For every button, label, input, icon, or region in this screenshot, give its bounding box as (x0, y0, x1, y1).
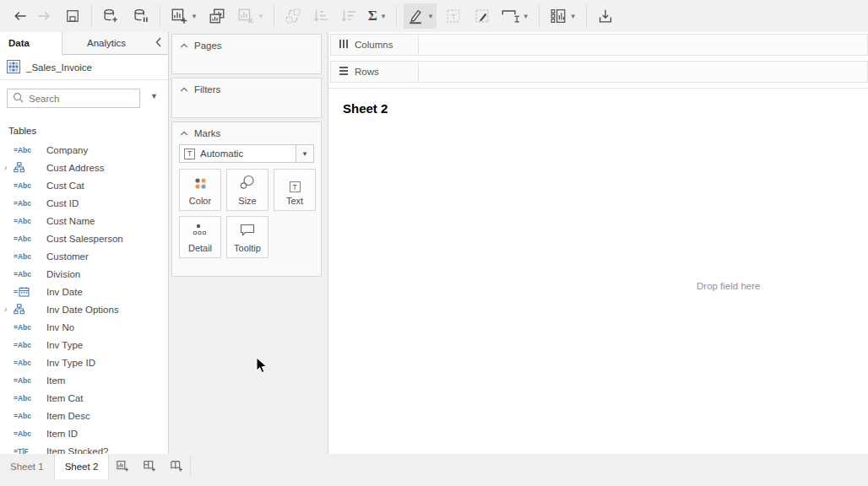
pause-auto-updates-button[interactable] (129, 3, 153, 29)
mark-type-dropdown[interactable]: T Automatic ▼ (179, 144, 314, 163)
field-row[interactable]: › =Abc Inv Type (0, 336, 168, 354)
data-panel-tabs: Data Analytics (0, 32, 168, 55)
mark-type-caret-icon[interactable]: ▼ (296, 145, 313, 162)
database-pause-icon (132, 7, 150, 25)
sheet-tab-1[interactable]: Sheet 1 (0, 454, 54, 479)
search-input[interactable] (29, 94, 126, 104)
search-box[interactable] (7, 89, 140, 108)
search-row: ▼ (0, 80, 168, 114)
field-row[interactable]: › =T|F Item Stocked? (0, 442, 168, 454)
sheet-tab-2[interactable]: Sheet 2 (54, 454, 110, 479)
download-button[interactable] (594, 3, 617, 29)
field-row[interactable]: › =Abc Customer (0, 247, 168, 265)
string-field-icon: =Abc (14, 359, 41, 367)
size-button[interactable]: Size (226, 169, 269, 211)
chevron-up-icon[interactable] (180, 128, 188, 138)
new-story-icon (169, 458, 184, 475)
color-button[interactable]: Color (179, 169, 221, 211)
new-data-source-button[interactable] (99, 3, 122, 29)
field-row[interactable]: › =Abc Item Desc (0, 407, 168, 424)
data-source-item[interactable]: _Sales_Invoice (0, 55, 168, 80)
format-button[interactable] (470, 3, 494, 29)
field-label: Customer (46, 251, 89, 262)
totals-button[interactable]: Σ ▼ (366, 3, 389, 29)
string-field-icon: =Abc (14, 270, 41, 278)
chart-plus-icon (170, 7, 188, 25)
rows-shelf[interactable]: Rows (330, 61, 868, 83)
new-worksheet-button[interactable]: ▼ (167, 3, 200, 29)
columns-shelf[interactable]: Columns (330, 34, 868, 56)
field-row[interactable]: › =Abc Item ID (0, 424, 168, 442)
filters-card-label: Filters (194, 84, 220, 94)
toolbar-separator (586, 5, 587, 27)
bool-field-icon: =T|F (14, 447, 41, 455)
text-label-icon: T (444, 7, 463, 25)
rows-icon (339, 66, 349, 78)
field-row[interactable]: › =Abc Item Cat (0, 389, 168, 407)
new-story-button[interactable] (163, 454, 190, 479)
expand-chevron-icon[interactable]: › (4, 164, 14, 172)
field-row[interactable]: › =Abc Cust Name (0, 212, 168, 230)
field-row[interactable]: › Cust Address (0, 159, 168, 176)
field-row[interactable]: › =Abc Cust Cat (0, 176, 168, 194)
chevron-up-icon[interactable] (180, 40, 188, 51)
field-row[interactable]: › =Abc Cust Salesperson (0, 230, 168, 247)
tab-data[interactable]: Data (0, 32, 62, 55)
chevron-down-icon: ▼ (258, 13, 264, 20)
mark-buttons: Color Size T Text Detail Tooltip (179, 169, 321, 258)
show-hide-cards-button[interactable]: ▼ (546, 3, 579, 29)
chevron-down-icon: ▼ (380, 13, 387, 20)
detail-icon (192, 223, 209, 240)
columns-shelf-droparea[interactable] (419, 35, 867, 55)
toolbar-separator (539, 5, 540, 27)
field-label: Inv Type ID (46, 358, 95, 368)
sigma-icon: Σ (368, 8, 377, 24)
field-row[interactable]: › =Abc Cust ID (0, 194, 168, 212)
search-options-caret-icon[interactable]: ▼ (150, 92, 158, 100)
rows-shelf-droparea[interactable] (419, 62, 867, 82)
chevron-up-icon[interactable] (180, 84, 188, 94)
string-field-icon: =Abc (14, 252, 41, 261)
field-row[interactable]: › =Abc Division (0, 265, 168, 283)
duplicate-icon (208, 7, 226, 25)
sort-descending-icon (339, 7, 358, 25)
highlight-button[interactable]: ▼ (404, 3, 437, 29)
text-button[interactable]: T Text (274, 169, 316, 211)
field-row[interactable]: › =Abc Item (0, 371, 168, 389)
hierarchy-field-icon (14, 162, 41, 173)
sheet-bar: Sheet 1 Sheet 2 (0, 454, 868, 486)
mark-type-icon: T (184, 148, 195, 159)
pages-card[interactable]: Pages (171, 34, 322, 74)
field-label: Cust Name (46, 216, 95, 226)
field-row[interactable]: › =Abc Inv No (0, 318, 168, 336)
marks-card: Marks T Automatic ▼ Color Size T Text De… (171, 122, 322, 277)
undo-button[interactable] (8, 3, 32, 29)
new-dashboard-button[interactable] (136, 454, 163, 479)
collapse-panel-button[interactable] (149, 32, 168, 55)
field-row[interactable]: › Inv Date Options (0, 300, 168, 318)
tab-analytics[interactable]: Analytics (62, 32, 150, 55)
filters-card[interactable]: Filters (171, 78, 322, 118)
string-field-icon: =Abc (14, 394, 41, 402)
field-label: Item (46, 375, 65, 386)
field-row[interactable]: › = Inv Date (0, 283, 168, 300)
sort-descending-button (337, 3, 361, 29)
toolbar-separator (160, 5, 160, 27)
new-worksheet-button-bottom[interactable] (109, 454, 136, 479)
show-mark-labels-button: T (442, 3, 465, 29)
string-field-icon: =Abc (14, 429, 41, 438)
expand-chevron-icon[interactable]: › (4, 305, 14, 314)
swap-rows-columns-button (281, 3, 305, 29)
field-row[interactable]: › =Abc Company (0, 141, 168, 159)
field-label: Division (46, 269, 80, 279)
fit-button[interactable]: ▼ (497, 3, 532, 29)
field-label: Cust Salesperson (46, 234, 123, 244)
worksheet-canvas: Columns Rows Sheet 2 Drop field here (328, 32, 868, 454)
duplicate-sheet-button[interactable] (205, 3, 229, 29)
tooltip-button[interactable]: Tooltip (226, 216, 269, 258)
detail-button[interactable]: Detail (179, 216, 221, 258)
save-button[interactable] (61, 3, 84, 29)
card-panel: Pages Filters Marks T Automatic ▼ Color … (169, 32, 328, 454)
field-row[interactable]: › =Abc Inv Type ID (0, 354, 168, 371)
cards-icon (549, 7, 567, 25)
